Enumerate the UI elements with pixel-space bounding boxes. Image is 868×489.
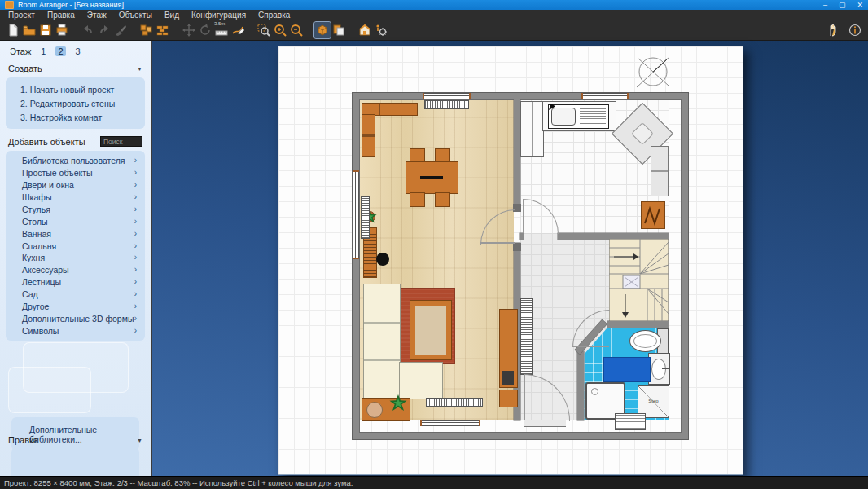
lib-cabinets[interactable]: Шкафы›	[11, 192, 140, 204]
lib-tables[interactable]: Столы›	[11, 215, 140, 227]
lib-doors-windows[interactable]: Двери и окна›	[11, 179, 140, 192]
lib-bedroom[interactable]: Спальня›	[11, 240, 140, 252]
view-3d-icon[interactable]	[314, 22, 331, 38]
menu-help[interactable]: Справка	[258, 11, 290, 20]
chevron-right-icon: ›	[134, 253, 137, 262]
lib-user-library[interactable]: Библиотека пользователя›	[11, 155, 140, 167]
kitchen-cabinet[interactable]	[651, 146, 669, 196]
chevron-right-icon: ›	[134, 169, 137, 177]
compass-icon[interactable]	[630, 51, 676, 94]
chevron-right-icon: ›	[134, 266, 137, 274]
dining-chair[interactable]	[410, 192, 425, 207]
bath-mat[interactable]	[603, 357, 651, 382]
collapse-icon[interactable]: ▼	[137, 66, 142, 72]
lib-chairs[interactable]: Стулья›	[11, 204, 140, 216]
window[interactable]	[420, 420, 480, 426]
floor-button-3[interactable]: 3	[73, 46, 83, 56]
potted-plant[interactable]	[389, 394, 407, 412]
stool[interactable]	[376, 253, 389, 266]
copy-view-icon[interactable]	[331, 22, 347, 38]
lib-accessories[interactable]: Аксессуары›	[11, 264, 140, 276]
status-bar: Проект: 8255 × 8400 мм, Этаж: 2/3 -- Мас…	[0, 476, 868, 489]
toilet[interactable]	[629, 330, 661, 352]
chevron-right-icon: ›	[134, 278, 137, 286]
washer-label: Step	[638, 399, 669, 403]
dining-chair[interactable]	[435, 192, 450, 207]
menu-project[interactable]: Проект	[8, 11, 35, 20]
sideboard-vertical[interactable]	[362, 114, 375, 157]
hall-radiator[interactable]	[520, 298, 533, 375]
stove[interactable]	[641, 201, 665, 229]
maximize-button[interactable]: ▢	[839, 1, 846, 9]
zoom-out-icon[interactable]	[288, 22, 305, 38]
menu-edit[interactable]: Правка	[47, 11, 75, 20]
chevron-right-icon: ›	[134, 302, 137, 311]
edit-walls-link[interactable]: 2. Редактировать стены	[12, 96, 138, 110]
walk-settings-icon[interactable]	[373, 22, 389, 38]
start-new-project-link[interactable]: 1. Начать новый проект	[12, 82, 138, 96]
open-icon[interactable]	[21, 22, 37, 38]
tv-stand[interactable]	[499, 309, 518, 388]
undo-icon[interactable]	[80, 22, 96, 38]
move-icon[interactable]	[181, 22, 197, 38]
radiator[interactable]	[361, 196, 370, 239]
room-arranger-window: Room Arranger - [Без названия] – ▢ ✕ Про…	[0, 0, 868, 489]
design-rooms-icon[interactable]	[138, 22, 155, 38]
window[interactable]	[353, 170, 359, 259]
staircase[interactable]	[609, 239, 669, 321]
edit-section-header[interactable]: Правка ▼	[0, 432, 151, 447]
radiator[interactable]	[426, 398, 483, 407]
hand-tool-icon[interactable]	[824, 22, 840, 38]
edit-walls-icon[interactable]	[155, 22, 171, 38]
collapse-icon[interactable]: ▼	[137, 438, 142, 443]
window-title: Room Arranger - [Без названия]	[18, 1, 124, 9]
clean-brush-icon[interactable]	[112, 22, 129, 38]
lib-other[interactable]: Другое›	[11, 301, 140, 313]
zoom-selection-icon[interactable]	[256, 22, 272, 38]
draw-icon[interactable]	[230, 22, 246, 38]
minimize-button[interactable]: –	[823, 1, 827, 9]
lib-kitchen[interactable]: Кухня›	[11, 252, 140, 264]
lib-garden[interactable]: Сад›	[11, 289, 140, 301]
lib-simple-objects[interactable]: Простые объекты›	[11, 167, 140, 179]
walkthrough-house-icon[interactable]	[357, 22, 373, 38]
drawing-canvas[interactable]: Step	[152, 41, 868, 477]
new-project-icon[interactable]	[5, 22, 21, 38]
tall-cabinet[interactable]	[520, 101, 544, 157]
floor-button-2[interactable]: 2	[55, 46, 65, 56]
chevron-right-icon: ›	[134, 327, 137, 335]
floor-button-1[interactable]: 1	[38, 46, 48, 56]
status-text: Проект: 8255 × 8400 мм, Этаж: 2/3 -- Мас…	[4, 478, 353, 487]
search-input[interactable]	[100, 136, 142, 147]
menu-view[interactable]: Вид	[164, 11, 179, 20]
zoom-in-icon[interactable]	[272, 22, 288, 38]
kitchen-sink[interactable]	[548, 104, 609, 129]
window[interactable]	[581, 93, 629, 99]
cabinet-small[interactable]	[499, 390, 518, 408]
lib-additional-3d-shapes[interactable]: Дополнительные 3D формы›	[11, 312, 140, 324]
measure-icon[interactable]: 3.5m	[213, 22, 230, 38]
setup-rooms-link[interactable]: 3. Настройка комнат	[12, 110, 138, 124]
coffee-table[interactable]	[410, 301, 451, 359]
plan-page[interactable]: Step	[278, 46, 743, 475]
create-section-header[interactable]: Создать ▼	[0, 60, 151, 76]
dining-table[interactable]	[406, 161, 458, 194]
menu-configuration[interactable]: Конфигурация	[191, 11, 246, 20]
close-button[interactable]: ✕	[857, 1, 863, 9]
save-icon[interactable]	[37, 22, 54, 38]
print-icon[interactable]	[54, 22, 70, 38]
radiator[interactable]	[424, 100, 469, 109]
sofa[interactable]	[363, 284, 401, 399]
lib-symbols[interactable]: Символы›	[11, 324, 140, 337]
redo-icon[interactable]	[96, 22, 112, 38]
window[interactable]	[423, 93, 471, 99]
lib-stairs[interactable]: Лестницы›	[11, 276, 140, 289]
menu-floor[interactable]: Этаж	[87, 11, 107, 20]
info-icon[interactable]	[847, 22, 863, 38]
entrance-step[interactable]	[615, 413, 646, 430]
washbasin[interactable]	[648, 353, 670, 385]
menu-objects[interactable]: Объекты	[119, 11, 152, 20]
bowl	[366, 402, 383, 418]
lib-bathroom[interactable]: Ванная›	[11, 227, 140, 240]
rotate-icon[interactable]	[197, 22, 213, 38]
